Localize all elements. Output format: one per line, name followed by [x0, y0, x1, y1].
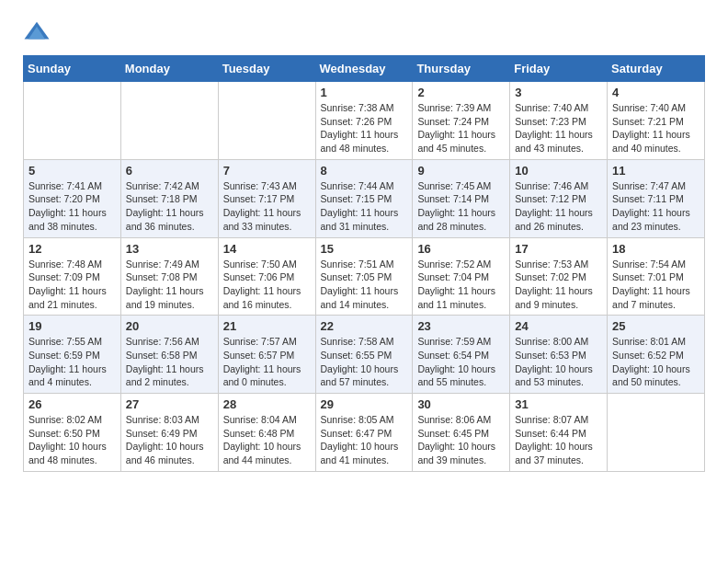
calendar-week-row: 5Sunrise: 7:41 AM Sunset: 7:20 PM Daylig… — [24, 159, 705, 237]
calendar-day-cell: 18Sunrise: 7:54 AM Sunset: 7:01 PM Dayli… — [608, 237, 705, 316]
day-number: 12 — [28, 242, 116, 256]
day-info: Sunrise: 7:40 AM Sunset: 7:21 PM Dayligh… — [612, 101, 700, 155]
day-info: Sunrise: 7:45 AM Sunset: 7:14 PM Dayligh… — [417, 179, 505, 234]
day-number: 11 — [612, 164, 700, 178]
day-number: 21 — [223, 319, 311, 333]
day-info: Sunrise: 8:01 AM Sunset: 6:52 PM Dayligh… — [612, 335, 700, 389]
day-number: 28 — [223, 397, 311, 411]
calendar-day-cell — [608, 394, 705, 472]
calendar-day-cell: 28Sunrise: 8:04 AM Sunset: 6:48 PM Dayli… — [218, 394, 315, 472]
day-number: 23 — [417, 319, 505, 333]
calendar-day-header: Sunday — [24, 56, 121, 82]
day-info: Sunrise: 7:59 AM Sunset: 6:54 PM Dayligh… — [417, 335, 505, 389]
day-number: 14 — [223, 242, 311, 256]
calendar-day-cell: 15Sunrise: 7:51 AM Sunset: 7:05 PM Dayli… — [315, 237, 413, 316]
calendar-week-row: 19Sunrise: 7:55 AM Sunset: 6:59 PM Dayli… — [24, 316, 705, 394]
day-number: 17 — [515, 242, 602, 256]
day-info: Sunrise: 7:48 AM Sunset: 7:09 PM Dayligh… — [28, 258, 116, 312]
calendar-day-cell: 3Sunrise: 7:40 AM Sunset: 7:23 PM Daylig… — [510, 82, 608, 160]
day-number: 25 — [612, 319, 700, 333]
calendar-day-header: Tuesday — [218, 56, 315, 82]
day-info: Sunrise: 7:47 AM Sunset: 7:11 PM Dayligh… — [612, 179, 700, 234]
day-number: 24 — [515, 319, 602, 333]
day-number: 10 — [515, 164, 602, 178]
calendar-day-cell: 20Sunrise: 7:56 AM Sunset: 6:58 PM Dayli… — [120, 316, 218, 394]
day-info: Sunrise: 7:56 AM Sunset: 6:58 PM Dayligh… — [126, 335, 213, 389]
calendar-day-cell: 2Sunrise: 7:39 AM Sunset: 7:24 PM Daylig… — [413, 82, 510, 160]
calendar-day-cell: 30Sunrise: 8:06 AM Sunset: 6:45 PM Dayli… — [413, 394, 510, 472]
day-info: Sunrise: 7:43 AM Sunset: 7:17 PM Dayligh… — [223, 179, 311, 234]
day-number: 26 — [28, 397, 116, 411]
day-info: Sunrise: 7:51 AM Sunset: 7:05 PM Dayligh… — [321, 258, 408, 312]
day-number: 6 — [126, 164, 213, 178]
calendar-week-row: 1Sunrise: 7:38 AM Sunset: 7:26 PM Daylig… — [24, 82, 705, 160]
day-info: Sunrise: 8:02 AM Sunset: 6:50 PM Dayligh… — [28, 413, 116, 467]
calendar-day-cell: 13Sunrise: 7:49 AM Sunset: 7:08 PM Dayli… — [120, 237, 218, 316]
calendar-day-cell: 11Sunrise: 7:47 AM Sunset: 7:11 PM Dayli… — [608, 159, 705, 237]
day-info: Sunrise: 8:05 AM Sunset: 6:47 PM Dayligh… — [321, 413, 408, 467]
day-number: 8 — [321, 164, 408, 178]
calendar-day-cell: 16Sunrise: 7:52 AM Sunset: 7:04 PM Dayli… — [413, 237, 510, 316]
day-info: Sunrise: 7:54 AM Sunset: 7:01 PM Dayligh… — [612, 258, 700, 312]
calendar-day-cell: 17Sunrise: 7:53 AM Sunset: 7:02 PM Dayli… — [510, 237, 608, 316]
calendar-day-cell: 24Sunrise: 8:00 AM Sunset: 6:53 PM Dayli… — [510, 316, 608, 394]
logo — [23, 18, 52, 46]
day-number: 20 — [126, 319, 213, 333]
day-number: 7 — [223, 164, 311, 178]
day-info: Sunrise: 8:06 AM Sunset: 6:45 PM Dayligh… — [417, 413, 505, 467]
day-number: 5 — [28, 164, 116, 178]
day-number: 31 — [515, 397, 602, 411]
day-info: Sunrise: 7:53 AM Sunset: 7:02 PM Dayligh… — [515, 258, 602, 312]
calendar-header-row: SundayMondayTuesdayWednesdayThursdayFrid… — [24, 56, 705, 82]
day-number: 27 — [126, 397, 213, 411]
day-info: Sunrise: 7:40 AM Sunset: 7:23 PM Dayligh… — [515, 101, 602, 155]
day-number: 13 — [126, 242, 213, 256]
day-info: Sunrise: 7:55 AM Sunset: 6:59 PM Dayligh… — [28, 335, 116, 389]
day-number: 22 — [321, 319, 408, 333]
calendar-day-cell: 26Sunrise: 8:02 AM Sunset: 6:50 PM Dayli… — [24, 394, 121, 472]
calendar-day-cell: 12Sunrise: 7:48 AM Sunset: 7:09 PM Dayli… — [24, 237, 121, 316]
calendar-day-cell: 5Sunrise: 7:41 AM Sunset: 7:20 PM Daylig… — [24, 159, 121, 237]
day-number: 15 — [321, 242, 408, 256]
day-number: 19 — [28, 319, 116, 333]
day-info: Sunrise: 7:50 AM Sunset: 7:06 PM Dayligh… — [223, 258, 311, 312]
day-number: 4 — [612, 86, 700, 99]
day-number: 29 — [321, 397, 408, 411]
calendar-day-header: Friday — [510, 56, 608, 82]
day-info: Sunrise: 7:57 AM Sunset: 6:57 PM Dayligh… — [223, 335, 311, 389]
calendar-week-row: 12Sunrise: 7:48 AM Sunset: 7:09 PM Dayli… — [24, 237, 705, 316]
day-info: Sunrise: 7:38 AM Sunset: 7:26 PM Dayligh… — [321, 101, 408, 155]
calendar-day-cell: 14Sunrise: 7:50 AM Sunset: 7:06 PM Dayli… — [218, 237, 315, 316]
calendar-day-cell: 29Sunrise: 8:05 AM Sunset: 6:47 PM Dayli… — [315, 394, 413, 472]
calendar-day-cell: 10Sunrise: 7:46 AM Sunset: 7:12 PM Dayli… — [510, 159, 608, 237]
calendar-day-header: Saturday — [608, 56, 705, 82]
calendar-day-cell — [218, 82, 315, 160]
day-number: 2 — [417, 86, 505, 99]
day-info: Sunrise: 7:58 AM Sunset: 6:55 PM Dayligh… — [321, 335, 408, 389]
day-number: 30 — [417, 397, 505, 411]
calendar-day-cell: 22Sunrise: 7:58 AM Sunset: 6:55 PM Dayli… — [315, 316, 413, 394]
calendar-day-cell — [120, 82, 218, 160]
calendar-day-header: Wednesday — [315, 56, 413, 82]
calendar-table: SundayMondayTuesdayWednesdayThursdayFrid… — [23, 55, 705, 472]
calendar-day-cell — [24, 82, 121, 160]
day-number: 3 — [515, 86, 602, 99]
day-info: Sunrise: 7:46 AM Sunset: 7:12 PM Dayligh… — [515, 179, 602, 234]
calendar-day-cell: 19Sunrise: 7:55 AM Sunset: 6:59 PM Dayli… — [24, 316, 121, 394]
day-info: Sunrise: 7:49 AM Sunset: 7:08 PM Dayligh… — [126, 258, 213, 312]
calendar-day-cell: 7Sunrise: 7:43 AM Sunset: 7:17 PM Daylig… — [218, 159, 315, 237]
day-info: Sunrise: 7:52 AM Sunset: 7:04 PM Dayligh… — [417, 258, 505, 312]
day-number: 18 — [612, 242, 700, 256]
calendar-day-cell: 1Sunrise: 7:38 AM Sunset: 7:26 PM Daylig… — [315, 82, 413, 160]
calendar-day-cell: 23Sunrise: 7:59 AM Sunset: 6:54 PM Dayli… — [413, 316, 510, 394]
calendar-day-header: Thursday — [413, 56, 510, 82]
calendar-day-cell: 27Sunrise: 8:03 AM Sunset: 6:49 PM Dayli… — [120, 394, 218, 472]
calendar-day-cell: 21Sunrise: 7:57 AM Sunset: 6:57 PM Dayli… — [218, 316, 315, 394]
day-info: Sunrise: 7:44 AM Sunset: 7:15 PM Dayligh… — [321, 179, 408, 234]
day-info: Sunrise: 7:42 AM Sunset: 7:18 PM Dayligh… — [126, 179, 213, 234]
calendar-day-cell: 25Sunrise: 8:01 AM Sunset: 6:52 PM Dayli… — [608, 316, 705, 394]
day-number: 1 — [321, 86, 408, 99]
calendar-day-cell: 31Sunrise: 8:07 AM Sunset: 6:44 PM Dayli… — [510, 394, 608, 472]
day-info: Sunrise: 7:41 AM Sunset: 7:20 PM Dayligh… — [28, 179, 116, 234]
day-info: Sunrise: 8:07 AM Sunset: 6:44 PM Dayligh… — [515, 413, 602, 467]
